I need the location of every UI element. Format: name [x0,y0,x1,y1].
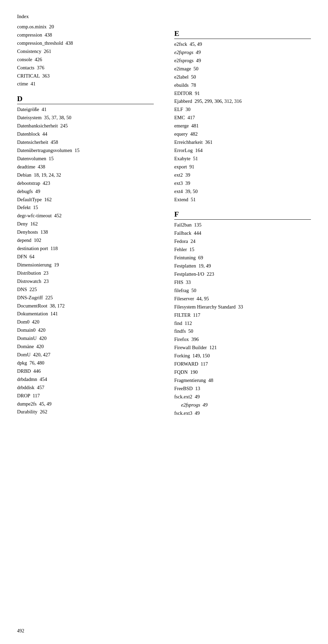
list-item: e2fsck 45, 49 [174,40,311,49]
list-item: filefrag 50 [174,287,311,295]
list-item: Datensicherheit 458 [17,138,154,147]
list-item: debugfs 49 [17,188,154,196]
list-item: equery 482 [174,130,311,138]
list-item: DRBD 446 [17,367,154,375]
list-item: Fileserver 44, 95 [174,295,311,303]
list-item: Distrowatch 23 [17,277,154,286]
list-item: e2fsprogs 49 [174,49,311,57]
list-item: e2label 50 [174,73,311,81]
list-item: DomU 420, 427 [17,351,154,359]
list-item: FHS 33 [174,278,311,287]
list-item: Durability 262 [17,408,154,416]
list-item: Domäne 420 [17,343,154,351]
list-item: Domain0 420 [17,326,154,334]
list-item: ext2 39 [174,171,311,179]
list-item: depend 102 [17,236,154,245]
list-item: Deny 162 [17,220,154,228]
list-item: Datenbanksicherheit 245 [17,122,154,130]
list-item: compression 438 [17,31,154,39]
list-item: FILTER 117 [174,311,311,319]
pre-d-entries: comp.os.minix 20compression 438compressi… [17,23,154,88]
list-item: DNS 225 [17,286,154,294]
list-item: ctime 41 [17,80,154,88]
list-item: ebuilds 78 [174,81,311,90]
list-item: FORWARD 117 [174,360,311,368]
list-item: Dokumentation 141 [17,310,154,318]
list-item: FreeBSD 13 [174,385,311,393]
list-item: export 91 [174,163,311,171]
section-e-header: E [174,29,311,39]
f-entries: Fail2ban 135Failback 444Fedora 24Fehler … [174,221,311,417]
left-column: comp.os.minix 20compression 438compressi… [17,23,154,417]
list-item: Feintuning 69 [174,254,311,262]
list-item: Fail2ban 135 [174,221,311,229]
list-item: Failback 444 [174,229,311,237]
list-item: debootstrap 423 [17,179,154,188]
list-item: Dateigröße 41 [17,106,154,114]
list-item: Fedora 24 [174,237,311,246]
list-item: ErrorLog 164 [174,147,311,155]
list-item: Datenübertragungsvolumen 15 [17,147,154,155]
list-item: DefaultType 162 [17,196,154,204]
list-item: Exabyte 51 [174,155,311,163]
list-item: degr-wfc-timeout 452 [17,212,154,220]
page-number: 492 [17,628,24,634]
d-entries: Dateigröße 41Dateisystem 35, 37, 38, 50D… [17,106,154,416]
list-item: emerge 481 [174,122,311,130]
list-item: Firefox 396 [174,335,311,344]
list-item: fsck.ext2 49 [174,393,311,401]
list-item: Extend 51 [174,196,311,204]
list-item: Fehler 15 [174,246,311,254]
list-item: Consistency 261 [17,47,154,56]
header-title: Index [17,14,29,19]
list-item: Dom0 420 [17,318,154,326]
list-item: fsck.ext3 49 [174,409,311,417]
list-item: Festplatten 19, 49 [174,262,311,270]
list-item: drbddisk 457 [17,384,154,392]
list-item: ELF 30 [174,106,311,114]
list-item: e2image 50 [174,65,311,73]
list-item: Datenblock 44 [17,130,154,138]
list-item: Distribution 23 [17,269,154,277]
section-d-header: D [17,94,154,104]
e-entries: e2fsck 45, 49e2fsprogs 49e2fsprogs 49e2i… [174,40,311,204]
list-item: EDITOR 91 [174,90,311,98]
list-item: Contacts 376 [17,64,154,72]
list-item: compression_threshold 438 [17,39,154,47]
list-item: Erreichbarkeit 361 [174,138,311,147]
list-item: Defekt 15 [17,204,154,212]
list-item: find 112 [174,319,311,328]
list-item: ext4 39, 50 [174,188,311,196]
list-item: EMC 417 [174,114,311,122]
list-item: dumpe2fs 45, 49 [17,400,154,408]
list-item: DocumentRoot 38, 172 [17,302,154,310]
list-item: Dateisystem 35, 37, 38, 50 [17,114,154,122]
list-item: DNS-Zugriff 225 [17,294,154,302]
list-item: Filesystem Hierarchy Standard 33 [174,303,311,311]
list-item: comp.os.minix 20 [17,23,154,31]
list-item: Fragmentierung 48 [174,376,311,385]
list-item: Dimensionierung 19 [17,261,154,269]
section-f-header: F [174,210,311,220]
list-item: Firewall Builder 121 [174,344,311,352]
list-item: Festplatten-I/O 223 [174,270,311,278]
list-item: dpkg 76, 480 [17,359,154,367]
list-item: Datenvolumen 15 [17,155,154,163]
list-item: e2fsprogs 49 [174,401,311,409]
list-item: CRITICAL 363 [17,72,154,80]
list-item: e2fsprogs 49 [174,57,311,65]
list-item: Forking 149, 150 [174,352,311,360]
list-item: Ejabberd 295, 299, 306, 312, 316 [174,97,311,106]
list-item: deadtime 438 [17,163,154,171]
list-item: console 426 [17,56,154,64]
list-item: DFN 64 [17,253,154,261]
list-item: destination port 118 [17,245,154,253]
list-item: DomainU 420 [17,334,154,343]
list-item: DROP 117 [17,392,154,400]
list-item: findfs 50 [174,327,311,335]
list-item: Debian 18, 19, 24, 32 [17,171,154,179]
list-item: Denyhosts 138 [17,228,154,236]
right-column: E e2fsck 45, 49e2fsprogs 49e2fsprogs 49e… [174,23,311,417]
page-header: Index [17,14,311,19]
list-item: drbdadmn 454 [17,375,154,384]
